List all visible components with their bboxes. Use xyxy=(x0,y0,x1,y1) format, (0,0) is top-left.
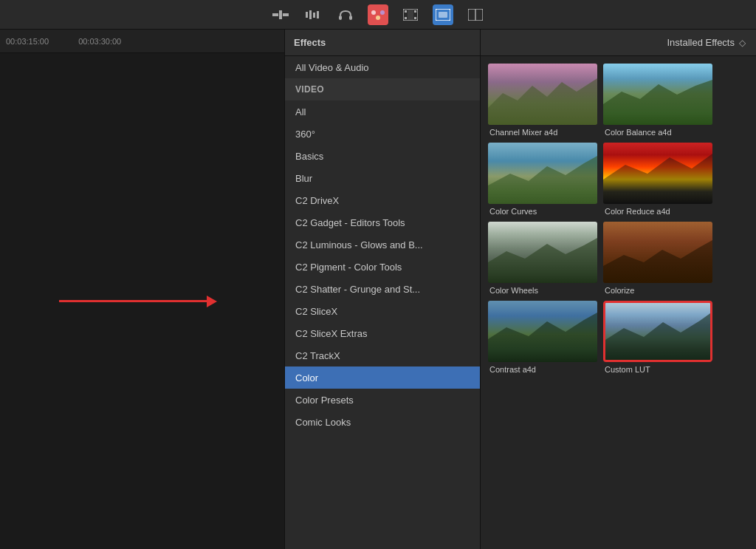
main-layout: 00:03:15:00 00:03:30:00 Effects All Vide… xyxy=(0,30,756,549)
installed-panel: Installed Effects ◇ Channel Mixer a4d xyxy=(481,30,756,549)
effect-label-contrast: Contrast a4d xyxy=(488,365,597,374)
effects-panel: Effects All Video & Audio VIDEO All 360°… xyxy=(285,30,481,549)
svg-rect-14 xyxy=(405,17,407,19)
effect-label-color-wheels: Color Wheels xyxy=(488,286,597,295)
toolbar xyxy=(0,0,756,30)
timecode-start: 00:03:15:00 xyxy=(6,37,49,46)
svg-rect-19 xyxy=(439,12,447,18)
effects-item-c2-slicex-extras[interactable]: C2 SliceX Extras xyxy=(285,322,480,344)
effect-thumb-custom-lut xyxy=(603,301,712,362)
svg-marker-25 xyxy=(603,154,712,204)
svg-rect-16 xyxy=(414,17,416,19)
svg-rect-5 xyxy=(313,13,315,18)
headphones-icon[interactable] xyxy=(335,4,356,25)
effects-item-c2-drivex[interactable]: C2 DriveX xyxy=(285,189,480,211)
effects-item-video-section: VIDEO xyxy=(285,78,480,100)
color-board-icon[interactable] xyxy=(368,4,388,25)
effects-item-label: C2 Gadget - Editors Tools xyxy=(295,217,405,228)
effects-item-c2-shatter[interactable]: C2 Shatter - Grunge and St... xyxy=(285,278,480,300)
svg-rect-13 xyxy=(405,10,407,13)
svg-rect-17 xyxy=(408,9,413,21)
effects-item-label: Blur xyxy=(295,173,312,184)
effects-panel-header: Effects xyxy=(285,30,480,56)
arrow-head xyxy=(207,296,217,307)
timeline-header: 00:03:15:00 00:03:30:00 xyxy=(0,30,284,53)
svg-rect-15 xyxy=(414,10,416,13)
effects-item-all[interactable]: All xyxy=(285,100,480,123)
effects-item-c2-gadget[interactable]: C2 Gadget - Editors Tools xyxy=(285,211,480,233)
timecode-end: 00:03:30:00 xyxy=(78,37,121,46)
timeline-body xyxy=(0,53,284,549)
effect-cell-channel-mixer[interactable]: Channel Mixer a4d xyxy=(488,64,597,137)
effect-label-color-reduce: Color Reduce a4d xyxy=(603,207,712,216)
effects-item-label: C2 DriveX xyxy=(295,195,339,206)
effect-thumb-channel-mixer xyxy=(488,64,597,125)
svg-rect-3 xyxy=(306,12,308,18)
effects-item-comic-looks[interactable]: Comic Looks xyxy=(285,411,480,433)
audio-meter-icon[interactable] xyxy=(303,4,323,25)
installed-header: Installed Effects ◇ xyxy=(481,30,756,56)
svg-rect-0 xyxy=(272,13,278,16)
effects-title: Effects xyxy=(294,37,326,48)
svg-marker-22 xyxy=(488,78,597,125)
effect-thumb-color-reduce xyxy=(603,143,712,204)
effect-thumb-color-wheels xyxy=(488,222,597,283)
effect-cell-color-balance[interactable]: Color Balance a4d xyxy=(603,64,712,137)
effect-thumb-color-balance xyxy=(603,64,712,125)
effects-item-c2-slicex[interactable]: C2 SliceX xyxy=(285,300,480,322)
svg-point-10 xyxy=(380,10,385,15)
svg-rect-1 xyxy=(283,13,289,16)
effects-item-label: 360° xyxy=(295,129,315,140)
installed-sort-chevron-icon[interactable]: ◇ xyxy=(739,38,746,48)
effects-item-color-presets[interactable]: Color Presets xyxy=(285,389,480,411)
effects-item-c2-trackx[interactable]: C2 TrackX xyxy=(285,344,480,366)
effect-label-channel-mixer: Channel Mixer a4d xyxy=(488,128,597,137)
effects-item-c2-luminous[interactable]: C2 Luminous - Glows and B... xyxy=(285,233,480,256)
effects-item-label: Comic Looks xyxy=(295,417,351,428)
effect-thumb-colorize xyxy=(603,222,712,283)
effect-thumb-contrast xyxy=(488,301,597,362)
effects-item-360[interactable]: 360° xyxy=(285,123,480,145)
effects-item-label: C2 Luminous - Glows and B... xyxy=(295,239,423,250)
svg-rect-8 xyxy=(349,16,352,20)
film-icon[interactable] xyxy=(400,4,421,25)
effects-item-label: C2 Shatter - Grunge and St... xyxy=(295,284,420,295)
svg-marker-23 xyxy=(603,80,712,125)
effect-label-color-curves: Color Curves xyxy=(488,207,597,216)
effects-item-basics[interactable]: Basics xyxy=(285,145,480,167)
effect-label-color-balance: Color Balance a4d xyxy=(603,128,712,137)
svg-rect-4 xyxy=(309,10,312,19)
effects-item-label: Color Presets xyxy=(295,395,354,406)
arrow-line xyxy=(59,300,207,302)
effect-cell-color-reduce[interactable]: Color Reduce a4d xyxy=(603,143,712,216)
svg-point-9 xyxy=(371,10,376,15)
effects-item-label: Basics xyxy=(295,151,323,162)
effects-item-label: All Video & Audio xyxy=(295,62,369,73)
effects-item-label: All xyxy=(295,106,306,117)
svg-rect-6 xyxy=(317,11,319,18)
effect-cell-custom-lut[interactable]: Custom LUT xyxy=(603,301,712,374)
compare-icon[interactable] xyxy=(465,4,486,25)
clip-trim-icon[interactable] xyxy=(270,4,291,25)
viewer-icon[interactable] xyxy=(433,4,453,25)
timeline-area: 00:03:15:00 00:03:30:00 xyxy=(0,30,285,549)
effects-item-label: C2 TrackX xyxy=(295,350,340,361)
svg-point-11 xyxy=(376,16,380,20)
effect-cell-colorize[interactable]: Colorize xyxy=(603,222,712,295)
effects-item-c2-pigment[interactable]: C2 Pigment - Color Tools xyxy=(285,256,480,278)
installed-title: Installed Effects xyxy=(667,37,735,48)
effect-cell-color-curves[interactable]: Color Curves xyxy=(488,143,597,216)
svg-rect-2 xyxy=(279,10,282,19)
effects-item-all-video-audio[interactable]: All Video & Audio xyxy=(285,56,480,78)
effects-list: All Video & Audio VIDEO All 360° Basics … xyxy=(285,56,480,549)
effects-item-color[interactable]: Color xyxy=(285,366,480,389)
effect-cell-color-wheels[interactable]: Color Wheels xyxy=(488,222,597,295)
effect-cell-contrast[interactable]: Contrast a4d xyxy=(488,301,597,374)
effects-item-label: C2 SliceX xyxy=(295,306,337,317)
svg-marker-29 xyxy=(605,313,710,360)
effects-item-blur[interactable]: Blur xyxy=(285,167,480,189)
svg-marker-27 xyxy=(603,240,712,283)
effects-item-label: Color xyxy=(295,372,318,383)
effects-item-label: C2 Pigment - Color Tools xyxy=(295,262,402,273)
effect-thumb-color-curves xyxy=(488,143,597,204)
